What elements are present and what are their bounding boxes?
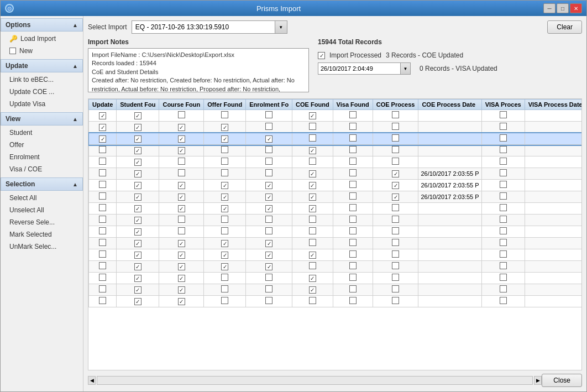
table-checkbox[interactable] xyxy=(349,204,357,211)
table-checkbox[interactable] xyxy=(134,275,141,282)
table-checkbox[interactable] xyxy=(221,194,228,201)
table-checkbox[interactable] xyxy=(99,181,106,188)
sidebar-item-link-ebec[interactable]: Link to eBEC... xyxy=(1,74,83,86)
table-checkbox[interactable] xyxy=(221,169,228,176)
table-checkbox[interactable] xyxy=(309,158,316,165)
table-checkbox[interactable] xyxy=(99,274,106,281)
table-checkbox[interactable] xyxy=(99,262,106,269)
table-checkbox[interactable] xyxy=(221,252,228,259)
table-checkbox[interactable] xyxy=(392,111,399,118)
table-checkbox[interactable] xyxy=(178,158,185,165)
table-checkbox[interactable] xyxy=(500,181,507,188)
table-checkbox[interactable] xyxy=(309,297,316,304)
table-checkbox[interactable] xyxy=(349,274,357,281)
table-checkbox[interactable] xyxy=(99,216,106,223)
table-checkbox[interactable] xyxy=(265,240,272,247)
table-checkbox[interactable] xyxy=(309,262,316,269)
table-checkbox[interactable] xyxy=(500,123,507,130)
table-checkbox[interactable] xyxy=(392,297,399,304)
table-checkbox[interactable] xyxy=(134,286,141,294)
table-checkbox[interactable] xyxy=(309,123,316,130)
table-checkbox[interactable] xyxy=(134,182,141,189)
sidebar-item-load-import[interactable]: 🔑 Load Import xyxy=(1,33,83,45)
table-checkbox[interactable] xyxy=(99,135,106,143)
minimize-button[interactable]: ─ xyxy=(543,3,555,13)
table-checkbox[interactable] xyxy=(134,228,141,236)
table-checkbox[interactable] xyxy=(349,262,357,269)
selection-header[interactable]: Selection ▲ xyxy=(1,177,83,191)
table-checkbox[interactable] xyxy=(392,158,399,165)
table-checkbox[interactable] xyxy=(178,298,185,305)
select-import-dropdown-btn[interactable]: ▼ xyxy=(275,20,287,34)
table-checkbox[interactable] xyxy=(500,250,507,258)
table-checkbox[interactable] xyxy=(349,134,357,142)
table-row[interactable] xyxy=(89,133,583,145)
table-checkbox[interactable] xyxy=(178,124,185,131)
close-window-button[interactable]: ✕ xyxy=(570,3,582,13)
table-checkbox[interactable] xyxy=(500,227,507,234)
table-checkbox[interactable] xyxy=(309,239,316,246)
table-checkbox[interactable] xyxy=(178,286,185,294)
table-checkbox[interactable] xyxy=(309,216,316,223)
table-checkbox[interactable] xyxy=(265,263,272,270)
table-checkbox[interactable] xyxy=(349,227,357,234)
table-checkbox[interactable] xyxy=(134,170,141,177)
table-checkbox[interactable] xyxy=(178,182,185,189)
table-checkbox[interactable] xyxy=(99,204,106,211)
table-checkbox[interactable] xyxy=(309,275,316,282)
table-checkbox[interactable] xyxy=(265,158,272,165)
table-checkbox[interactable] xyxy=(134,298,141,305)
table-checkbox[interactable] xyxy=(349,285,357,292)
table-checkbox[interactable] xyxy=(500,146,507,153)
table-checkbox[interactable] xyxy=(265,111,272,118)
table-checkbox[interactable] xyxy=(99,297,106,304)
table-checkbox[interactable] xyxy=(221,111,228,118)
table-checkbox[interactable] xyxy=(392,182,399,189)
table-row[interactable] xyxy=(89,215,583,226)
select-import-input[interactable] xyxy=(132,20,275,34)
table-checkbox[interactable] xyxy=(309,205,316,212)
sidebar-item-new[interactable]: New xyxy=(1,45,83,57)
table-checkbox[interactable] xyxy=(221,263,228,270)
sidebar-item-visa-coe[interactable]: Visa / COE xyxy=(1,163,83,175)
table-checkbox[interactable] xyxy=(134,217,141,224)
table-checkbox[interactable] xyxy=(309,252,316,259)
table-checkbox[interactable] xyxy=(500,204,507,211)
table-row[interactable] xyxy=(89,122,583,133)
table-checkbox[interactable] xyxy=(500,158,507,165)
table-checkbox[interactable] xyxy=(178,240,185,247)
maximize-button[interactable]: □ xyxy=(557,3,569,13)
table-checkbox[interactable] xyxy=(500,192,507,200)
table-checkbox[interactable] xyxy=(500,169,507,176)
table-checkbox[interactable] xyxy=(134,205,141,212)
table-checkbox[interactable] xyxy=(392,250,399,258)
table-checkbox[interactable] xyxy=(99,227,106,234)
table-checkbox[interactable] xyxy=(99,169,106,176)
table-checkbox[interactable] xyxy=(178,194,185,201)
table-checkbox[interactable] xyxy=(221,205,228,212)
table-checkbox[interactable] xyxy=(392,170,399,177)
table-checkbox[interactable] xyxy=(265,146,272,153)
table-checkbox[interactable] xyxy=(349,123,357,130)
close-button[interactable]: Close xyxy=(542,374,582,387)
table-row[interactable]: 26/10/2017 2:03:55 PFinished xyxy=(89,168,583,180)
table-row[interactable] xyxy=(89,284,583,296)
table-checkbox[interactable] xyxy=(221,146,228,153)
table-checkbox[interactable] xyxy=(221,135,228,143)
sidebar-item-student[interactable]: Student xyxy=(1,127,83,139)
table-checkbox[interactable] xyxy=(134,194,141,201)
sidebar-item-unmark-sel[interactable]: UnMark Selec... xyxy=(1,241,83,253)
table-checkbox[interactable] xyxy=(134,147,141,154)
table-row[interactable] xyxy=(89,296,583,307)
table-checkbox[interactable] xyxy=(265,169,272,176)
sidebar-item-enrolment[interactable]: Enrolment xyxy=(1,151,83,163)
table-checkbox[interactable] xyxy=(221,182,228,189)
sidebar-item-select-all[interactable]: Select All xyxy=(1,192,83,204)
hscroll-right-btn[interactable]: ▶ xyxy=(534,376,542,385)
table-checkbox[interactable] xyxy=(265,205,272,212)
table-checkbox[interactable] xyxy=(392,123,399,130)
table-row[interactable]: Active xyxy=(89,238,583,249)
table-row[interactable]: 26/10/2017 2:03:55 PFinished xyxy=(89,191,583,203)
hscroll-left-btn[interactable]: ◀ xyxy=(88,376,96,385)
update-header[interactable]: Update ▲ xyxy=(1,59,83,72)
